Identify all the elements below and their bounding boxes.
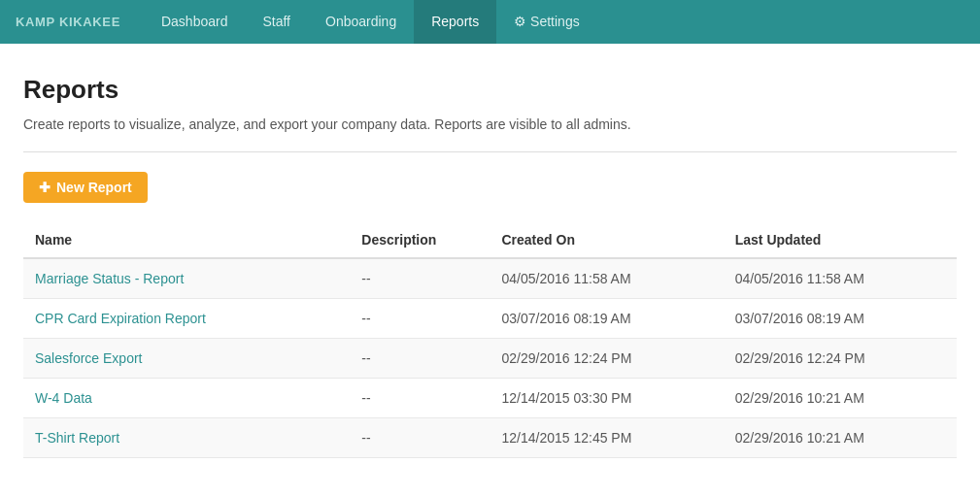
top-nav: KAMP KIKAKEE DashboardStaffOnboardingRep… xyxy=(0,0,980,44)
nav-link---settings[interactable]: ⚙ Settings xyxy=(496,0,596,44)
table-row: Marriage Status - Report--04/05/2016 11:… xyxy=(23,258,957,299)
report-created-on-cell: 02/29/2016 12:24 PM xyxy=(490,339,723,379)
nav-item-dashboard[interactable]: Dashboard xyxy=(144,0,246,44)
report-name-cell: W-4 Data xyxy=(23,379,350,418)
page-description: Create reports to visualize, analyze, an… xyxy=(23,116,957,132)
divider xyxy=(23,151,957,152)
report-created-on-cell: 12/14/2015 03:30 PM xyxy=(490,379,723,418)
report-created-on-cell: 04/05/2016 11:58 AM xyxy=(490,258,723,299)
report-description-cell: -- xyxy=(350,379,490,418)
col-header-created-on: Created On xyxy=(490,222,723,258)
report-description-cell: -- xyxy=(350,258,490,299)
report-description-cell: -- xyxy=(350,299,490,339)
nav-item---settings[interactable]: ⚙ Settings xyxy=(496,0,596,44)
report-name-link[interactable]: W-4 Data xyxy=(35,390,92,406)
report-last-updated-cell: 03/07/2016 08:19 AM xyxy=(724,299,957,339)
col-header-name: Name xyxy=(23,222,350,258)
table-row: CPR Card Expiration Report--03/07/2016 0… xyxy=(23,299,957,339)
page-title: Reports xyxy=(23,75,957,105)
report-name-link[interactable]: Salesforce Export xyxy=(35,350,143,366)
reports-table: Name Description Created On Last Updated… xyxy=(23,222,957,458)
nav-link-reports[interactable]: Reports xyxy=(414,0,496,44)
nav-link-onboarding[interactable]: Onboarding xyxy=(308,0,414,44)
nav-link-staff[interactable]: Staff xyxy=(245,0,308,44)
plus-icon: ✚ xyxy=(39,180,51,195)
nav-item-reports[interactable]: Reports xyxy=(414,0,496,44)
report-last-updated-cell: 02/29/2016 12:24 PM xyxy=(724,339,957,379)
report-created-on-cell: 03/07/2016 08:19 AM xyxy=(490,299,723,339)
report-last-updated-cell: 02/29/2016 10:21 AM xyxy=(724,379,957,418)
table-row: T-Shirt Report--12/14/2015 12:45 PM02/29… xyxy=(23,418,957,458)
report-last-updated-cell: 02/29/2016 10:21 AM xyxy=(724,418,957,458)
report-name-cell: Salesforce Export xyxy=(23,339,350,379)
nav-item-onboarding[interactable]: Onboarding xyxy=(308,0,414,44)
new-report-button[interactable]: ✚ New Report xyxy=(23,172,148,203)
report-name-link[interactable]: Marriage Status - Report xyxy=(35,271,184,286)
nav-item-staff[interactable]: Staff xyxy=(245,0,308,44)
report-description-cell: -- xyxy=(350,418,490,458)
brand-logo: KAMP KIKAKEE xyxy=(16,15,120,29)
new-report-label: New Report xyxy=(56,180,132,195)
table-row: Salesforce Export--02/29/2016 12:24 PM02… xyxy=(23,339,957,379)
report-created-on-cell: 12/14/2015 12:45 PM xyxy=(490,418,723,458)
col-header-description: Description xyxy=(350,222,490,258)
report-last-updated-cell: 04/05/2016 11:58 AM xyxy=(724,258,957,299)
report-description-cell: -- xyxy=(350,339,490,379)
col-header-last-updated: Last Updated xyxy=(724,222,957,258)
report-name-cell: T-Shirt Report xyxy=(23,418,350,458)
table-row: W-4 Data--12/14/2015 03:30 PM02/29/2016 … xyxy=(23,379,957,418)
report-name-cell: CPR Card Expiration Report xyxy=(23,299,350,339)
nav-link-dashboard[interactable]: Dashboard xyxy=(144,0,246,44)
report-name-link[interactable]: CPR Card Expiration Report xyxy=(35,311,206,326)
report-name-link[interactable]: T-Shirt Report xyxy=(35,430,119,446)
report-name-cell: Marriage Status - Report xyxy=(23,258,350,299)
